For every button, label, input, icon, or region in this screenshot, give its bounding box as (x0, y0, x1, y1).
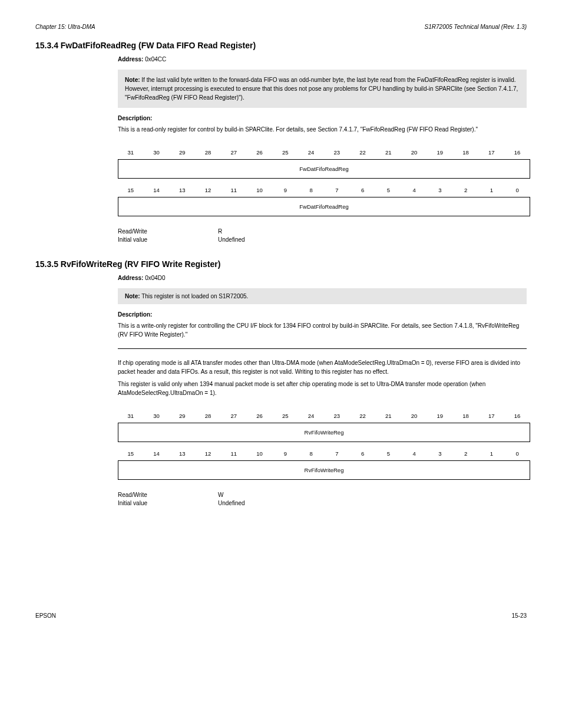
bit-number-cell: 19 (427, 146, 453, 159)
bit-field-lo-2: RvFifoWriteReg (118, 460, 530, 480)
address-value-2: 0x04D0 (145, 275, 165, 281)
bit-number-cell: 24 (298, 146, 324, 159)
iv-row-2: Initial value Undefined (118, 500, 527, 506)
footer-left: EPSON (35, 612, 56, 619)
bit-number-cell: 28 (195, 146, 221, 159)
rw-value-2: W (218, 492, 223, 498)
iv-label-2: Initial value (118, 500, 218, 506)
bit-number-cell: 12 (195, 447, 221, 460)
rw-value-1: R (218, 228, 222, 235)
section-heading-2: 15.3.5 RvFifoWriteReg (RV FIFO Write Reg… (35, 259, 527, 269)
note-text-2: This register is not loaded on S1R72005. (140, 293, 249, 299)
bit-number-cell: 0 (504, 183, 530, 197)
bit-number-cell: 3 (427, 447, 453, 460)
bit-header-hi-2: 31302928272625242322212019181716 (118, 409, 530, 423)
bit-number-cell: 3 (427, 183, 453, 197)
bit-number-cell: 14 (144, 447, 170, 460)
rw-row-1: Read/Write R (118, 228, 527, 235)
bit-number-cell: 16 (504, 409, 530, 423)
bit-field-hi-1: FwDatFifoReadReg (118, 159, 530, 179)
bit-table-1: 31302928272625242322212019181716 FwDatFi… (118, 146, 530, 216)
bit-number-cell: 17 (479, 409, 505, 423)
note-box-2: Note: This register is not loaded on S1R… (118, 288, 527, 304)
bit-number-cell: 31 (118, 146, 144, 159)
address-label-1: Address: (118, 56, 143, 62)
bit-number-cell: 20 (401, 146, 427, 159)
bit-number-cell: 23 (324, 146, 350, 159)
bit-number-cell: 7 (324, 183, 350, 197)
bit-number-cell: 25 (273, 146, 299, 159)
rw-label-2: Read/Write (118, 492, 218, 498)
bit-number-cell: 26 (247, 409, 273, 423)
bit-number-cell: 11 (221, 183, 247, 197)
bit-number-cell: 29 (170, 409, 196, 423)
bit-number-cell: 9 (273, 183, 299, 197)
rw-label-1: Read/Write (118, 228, 218, 235)
iv-label-1: Initial value (118, 236, 218, 243)
rw-row-2: Read/Write W (118, 492, 527, 498)
bit-table-2: 31302928272625242322212019181716 RvFifoW… (118, 409, 530, 480)
bit-number-cell: 15 (118, 447, 144, 460)
bit-number-cell: 13 (170, 183, 196, 197)
bit-number-cell: 21 (376, 409, 402, 423)
bit-number-cell: 1 (479, 447, 505, 460)
iv-row-1: Initial value Undefined (118, 236, 527, 243)
address-label-2: Address: (118, 275, 143, 281)
desc-row-1: Description: (118, 115, 527, 121)
bit-number-cell: 18 (453, 409, 479, 423)
section-heading-1: 15.3.4 FwDatFifoReadReg (FW Data FIFO Re… (35, 41, 527, 50)
desc-label-2: Description: (118, 311, 152, 318)
bit-number-cell: 14 (144, 183, 170, 197)
post-text-2b: This register is valid only when 1394 ma… (118, 380, 527, 397)
address-value-1: 0x04CC (145, 56, 166, 62)
bit-number-cell: 22 (350, 409, 376, 423)
running-header: Chapter 15: Ultra-DMA S1R72005 Technical… (35, 24, 527, 30)
iv-value-2: Undefined (218, 500, 245, 506)
bit-number-cell: 6 (350, 447, 376, 460)
bit-number-cell: 19 (427, 409, 453, 423)
bit-number-cell: 10 (247, 183, 273, 197)
note-text-1: If the last valid byte written to the fo… (125, 77, 518, 101)
note-title-1: Note: (125, 77, 140, 83)
bit-number-cell: 8 (298, 183, 324, 197)
bit-number-cell: 27 (221, 409, 247, 423)
post-text-2a: If chip operating mode is all ATA transf… (118, 358, 527, 376)
bit-number-cell: 4 (401, 447, 427, 460)
header-right: S1R72005 Technical Manual (Rev. 1.3) (425, 24, 527, 30)
note-title-2: Note: (125, 293, 140, 299)
bit-number-cell: 20 (401, 409, 427, 423)
desc-row-2: Description: (118, 311, 527, 318)
bit-field-hi-2: RvFifoWriteReg (118, 423, 530, 442)
bit-number-cell: 17 (479, 146, 505, 159)
bit-number-cell: 5 (376, 183, 402, 197)
bit-number-cell: 25 (273, 409, 299, 423)
bit-number-cell: 31 (118, 409, 144, 423)
page: Chapter 15: Ultra-DMA S1R72005 Technical… (0, 0, 562, 654)
bit-number-cell: 1 (479, 183, 505, 197)
bit-number-cell: 12 (195, 183, 221, 197)
desc-text-2: This is a write-only register for contro… (118, 321, 527, 339)
bit-number-cell: 5 (376, 447, 402, 460)
bit-number-cell: 9 (273, 447, 299, 460)
bit-number-cell: 13 (170, 447, 196, 460)
address-row-1: Address: 0x04CC (118, 56, 527, 62)
bit-number-cell: 30 (144, 409, 170, 423)
separator-1 (118, 348, 527, 349)
header-left: Chapter 15: Ultra-DMA (35, 24, 95, 30)
bit-number-cell: 30 (144, 146, 170, 159)
iv-value-1: Undefined (218, 236, 245, 243)
bit-number-cell: 27 (221, 146, 247, 159)
bit-number-cell: 21 (376, 146, 402, 159)
bit-header-hi-1: 31302928272625242322212019181716 (118, 146, 530, 159)
bit-header-lo-1: 1514131211109876543210 (118, 183, 530, 197)
bit-number-cell: 8 (298, 447, 324, 460)
bit-header-lo-2: 1514131211109876543210 (118, 447, 530, 460)
address-row-2: Address: 0x04D0 (118, 275, 527, 281)
note-box-1: Note: If the last valid byte written to … (118, 70, 527, 108)
bit-number-cell: 29 (170, 146, 196, 159)
bit-number-cell: 26 (247, 146, 273, 159)
desc-text-1: This is a read-only register for control… (118, 125, 527, 134)
bit-number-cell: 16 (504, 146, 530, 159)
footer-right: 15-23 (511, 612, 527, 619)
bit-number-cell: 24 (298, 409, 324, 423)
